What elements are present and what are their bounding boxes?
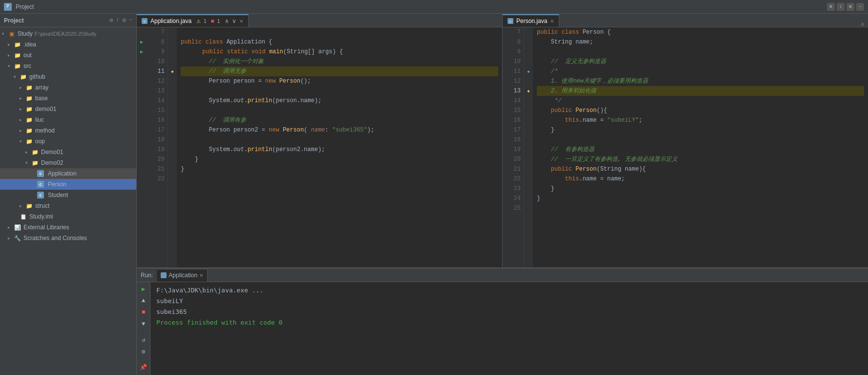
folder-icon-demo01oop: 📁 [31,148,39,156]
sidebar-item-array[interactable]: ▸ 📁 array [0,82,136,93]
sidebar-item-idea[interactable]: ▸ 📁 .idea [0,39,136,50]
rgi-23 [524,184,533,194]
sidebar-item-application[interactable]: c Application [0,168,136,179]
array-label: array [35,84,48,91]
rln-23: 23 [505,184,521,194]
rcode-line-9 [537,47,864,57]
scroll-icon[interactable]: ↕ [116,17,119,24]
sidebar-item-src[interactable]: ▾ 📁 src [0,61,136,71]
iml-icon: 📋 [20,213,27,221]
sidebar-item-demo01[interactable]: ▸ 📁 demo01 [0,104,136,114]
sidebar-item-oop[interactable]: ▾ 📁 oop [0,136,136,147]
expand-arrow-src: ▾ [8,64,14,68]
close-tab-left[interactable]: ✕ [239,19,243,24]
sidebar-item-out[interactable]: ▸ 📁 out [0,50,136,61]
sidebar-item-extlibs[interactable]: ▸ 📊 External Libraries [0,222,136,233]
sidebar-item-demo01oop[interactable]: ▸ 📁 Demo01 [0,147,136,157]
folder-icon-demo01: 📁 [25,105,33,113]
expand-arrow-github: ▾ [14,74,20,79]
run-btn-9b[interactable]: ▶ [137,47,147,57]
settings-icon[interactable]: ⚙ [827,3,835,11]
gear-small-icon[interactable]: ⚙ [109,17,113,24]
rcode-line-21: public Person(String name){ [537,164,864,174]
gi-13 [168,86,177,96]
expand-arrow-demo02oop: ▾ [25,160,31,165]
run-btn-9[interactable]: ▶ [137,37,147,47]
ln-19: 19 [148,145,165,154]
gi-10 [168,57,177,66]
sidebar-item-struct[interactable]: ▸ 📁 struct [0,200,136,211]
run-output-line2: subei365 [156,307,862,317]
application-label: Application [48,170,77,177]
run-btn-8[interactable] [137,27,147,37]
sidebar-item-base[interactable]: ▸ 📁 base [0,93,136,104]
rln-25: 25 [505,203,521,213]
ln-8: 8 [148,37,165,47]
code-line-16: // 调用有参 [181,115,498,125]
run-play-btn[interactable]: ▶ [139,284,148,294]
gear-icon[interactable]: ⚙ [847,3,854,11]
gi-15 [168,106,177,115]
tab-application-java[interactable]: c Application.java ⚠ 1 ✖ 1 ∧ ∨ ✕ [137,14,249,27]
sidebar-item-study[interactable]: ▾ ▣ Study F:\java\IDEA2020.2\Study [0,28,136,39]
run-content: ▶ ▲ ■ ▼ ↺ ⚙ 📌 F:\Java\JDK\bin\java.exe .… [137,282,868,375]
sidebar-item-studyiml[interactable]: 📋 Study.iml [0,211,136,222]
tab-person-label: Person.java [516,18,547,24]
run-down-btn[interactable]: ▼ [139,319,148,329]
gi-21 [168,164,177,174]
study-label: Study [18,30,33,37]
rcode-line-12: 1. 使用new关键字，必须要用构造器 [537,76,864,86]
rln-9: 9 [505,47,521,57]
ln-12: 12 [148,76,165,86]
java-tab-icon-right: c [508,18,513,24]
expand-arrow-extlibs: ▸ [8,225,14,230]
settings2-icon[interactable]: ⚙ [123,17,126,24]
run-pin-btn[interactable]: 📌 [139,362,148,372]
run-settings-btn[interactable]: ⚙ [139,347,148,356]
swap-icon[interactable]: ↕ [837,3,845,11]
sidebar-item-liuc[interactable]: ▸ 📁 liuc [0,114,136,125]
tab-bar-right: c Person.java ✕ ⚠ [503,14,868,27]
sidebar-item-demo02oop[interactable]: ▾ 📁 Demo02 [0,157,136,168]
sidebar-header: Project ⚙ ↕ ⚙ – [0,14,136,27]
rln-21: 21 [505,164,521,174]
scratches-icon: 🔧 [14,234,21,242]
study-path: F:\java\IDEA2020.2\Study [35,31,97,37]
collapse-icon[interactable]: – [129,17,132,24]
run-rerun-btn[interactable]: ↺ [139,335,148,345]
run-tab-label: Application [169,272,197,279]
sidebar-tree: ▾ ▣ Study F:\java\IDEA2020.2\Study ▸ 📁 .… [0,27,136,375]
run-tab-application[interactable]: Application ✕ [157,269,208,282]
sidebar-item-method[interactable]: ▸ 📁 method [0,125,136,136]
run-stop-btn[interactable]: ■ [139,308,148,317]
code-content-right[interactable]: public class Person { String name; // 定义… [533,27,868,267]
run-up-btn[interactable]: ▲ [139,296,148,306]
student-label: Student [48,192,68,199]
close-tab-right[interactable]: ✕ [550,19,554,24]
rcode-line-19: // 有参构造器 [537,145,864,154]
gi-11: ◆ [168,66,177,76]
sidebar-item-person[interactable]: c Person [0,179,136,190]
warning-indicator-left: ⚠ [196,19,201,24]
gi-12 [168,76,177,86]
folder-icon-method: 📁 [25,127,33,134]
folder-icon-out: 📁 [14,51,21,59]
java-icon-student: c [37,192,44,199]
code-content-left[interactable]: public class Application { public static… [177,27,502,267]
sidebar-item-student[interactable]: c Student [0,190,136,200]
sidebar-header-icons: ⚙ ↕ ⚙ – [109,17,132,24]
gi-16 [168,115,177,125]
sidebar-item-github[interactable]: ▾ 📁 github [0,71,136,82]
code-line-10: // 实例化一个对象 [181,57,498,66]
warning-icon-right: ⚠ [861,21,864,27]
tab-application-label: Application.java [150,18,191,24]
extlibs-label: External Libraries [23,224,69,231]
demo01oop-label: Demo01 [41,149,63,155]
sidebar-title: Project [4,17,24,24]
sidebar: Project ⚙ ↕ ⚙ – ▾ ▣ Study F:\java\IDEA20… [0,14,137,375]
tab-person-java[interactable]: c Person.java ✕ [503,14,559,27]
minimize-icon[interactable]: – [856,3,864,11]
module-icon: ▣ [8,30,16,38]
run-tab-close[interactable]: ✕ [199,273,203,278]
sidebar-item-scratches[interactable]: ▸ 🔧 Scratches and Consoles [0,233,136,243]
